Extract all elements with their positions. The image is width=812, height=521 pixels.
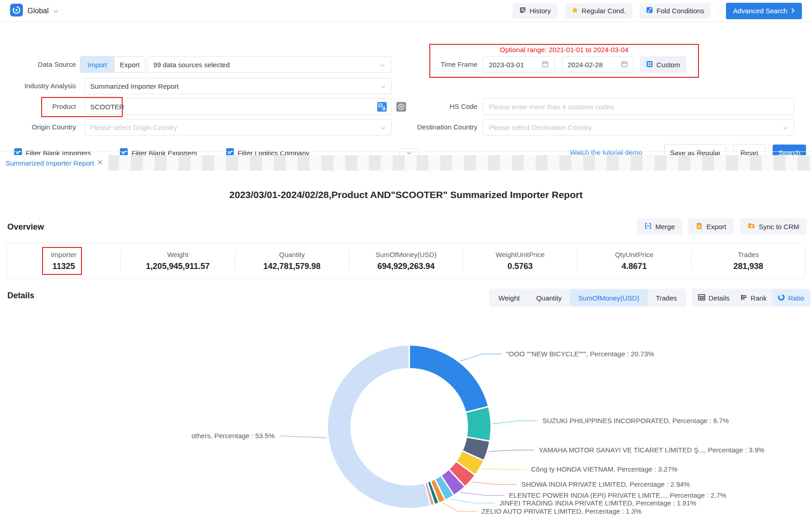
- industry-analysis-label: Industry Analysis: [0, 78, 76, 94]
- chart-label: SUZUKI PHILIPPINES INCORPORATED, Percent…: [542, 417, 729, 424]
- chart-leader-line: [280, 436, 327, 438]
- donut-slice[interactable]: [466, 407, 491, 441]
- merge-button[interactable]: Merge: [637, 218, 682, 235]
- form-divider: [0, 151, 812, 152]
- product-label: Product: [0, 98, 76, 115]
- date-from-value: 2023-03-01: [489, 61, 541, 69]
- chart-label: YAMAHA MOTOR SANAYI VE TİCARET LİMİTED Ş…: [539, 446, 764, 454]
- advanced-search-label: Advanced Search: [733, 7, 787, 15]
- origin-country-select[interactable]: Please select Origin Country: [84, 119, 392, 135]
- history-icon: [519, 6, 526, 15]
- result-tab-strip: Summarized Importer Report: [0, 155, 812, 171]
- merge-icon: [644, 222, 652, 231]
- donut-slice[interactable]: [409, 345, 488, 413]
- industry-analysis-value: Summarized Importer Report: [90, 82, 380, 90]
- chevron-down-icon: [380, 82, 386, 90]
- export-button[interactable]: Export: [688, 218, 733, 235]
- chart-label: ZELIO AUTO PRIVATE LIMITED, Percentage :…: [482, 507, 641, 515]
- region-selector[interactable]: Global: [10, 4, 59, 18]
- region-label: Global: [27, 7, 49, 15]
- report-title: 2023/03/01-2024/02/28,Product AND"SCOOTE…: [0, 189, 812, 200]
- overview-heading: Overview: [7, 222, 44, 232]
- page: Global History Regular Cond.: [0, 0, 812, 521]
- chart-leader-line: [493, 421, 538, 424]
- overview-stats-card: Importer11325 Weight1,205,945,911.57 Qua…: [6, 243, 806, 279]
- chart-label: Công ty HONDA VIETNAM, Percentage : 3.27…: [531, 465, 677, 473]
- chart-label: others, Percentage : 53.5%: [191, 432, 275, 440]
- tab-import[interactable]: Import: [81, 57, 114, 72]
- stat-qty-unit-price: QtyUnitPrice4.8671: [577, 251, 691, 271]
- industry-analysis-select[interactable]: Summarized Importer Report: [84, 78, 392, 94]
- fold-icon: [646, 6, 653, 15]
- export-label: Export: [706, 223, 726, 231]
- svg-text:A: A: [382, 106, 385, 111]
- star-icon: [571, 6, 579, 15]
- tab-export[interactable]: Export: [114, 57, 145, 72]
- chevron-right-icon: [791, 7, 795, 15]
- search-form: Data Source Import Export 99 data source…: [0, 22, 812, 152]
- globe-icon: [10, 4, 23, 18]
- stat-sum-of-money: SumOfMoney(USD)694,929,263.94: [349, 251, 463, 271]
- destination-country-select[interactable]: Please select Destination Country: [483, 119, 794, 135]
- hs-code-label: HS Code: [398, 98, 477, 115]
- chevron-down-icon: [380, 124, 386, 131]
- data-sources-select[interactable]: 99 data sources selected: [147, 56, 391, 73]
- history-button[interactable]: History: [513, 3, 558, 19]
- hs-code-placeholder: Please enter more than 4 customs codes: [489, 103, 788, 111]
- stat-weight-unit-price: WeightUnitPrice0.5763: [463, 251, 577, 271]
- history-label: History: [530, 7, 551, 15]
- calendar-icon: [541, 60, 549, 69]
- fold-conditions-label: Fold Conditions: [656, 7, 704, 15]
- merge-label: Merge: [655, 223, 675, 231]
- chevron-down-icon: [783, 124, 788, 131]
- chart-leader-line: [450, 499, 495, 503]
- time-frame-label: Time Frame: [398, 56, 477, 73]
- chart-leader-line: [460, 492, 504, 495]
- chart-label: ELENTEC POWER INDIA (EPI) PRIVATE LIMITE…: [509, 491, 726, 499]
- chart-leader-line: [471, 482, 517, 484]
- calendar-icon: [621, 60, 628, 69]
- stat-trades: Trades281,938: [692, 251, 805, 271]
- advanced-search-button[interactable]: Advanced Search: [726, 3, 802, 19]
- tab-title: Summarized Importer Report: [5, 159, 94, 167]
- data-sources-value: 99 data sources selected: [153, 61, 380, 69]
- data-source-toggle: Import Export: [80, 56, 146, 73]
- tab-summarized-importer-report[interactable]: Summarized Importer Report: [0, 155, 108, 171]
- custom-icon: [646, 60, 653, 69]
- chevron-down-icon: [53, 7, 59, 15]
- chart-label: "OOO ""NEW BICYCLE""", Percentage : 20.7…: [506, 350, 654, 358]
- sync-to-crm-label: Sync to CRM: [759, 223, 799, 231]
- destination-country-placeholder: Please select Destination Country: [489, 124, 783, 131]
- header-actions: History Regular Cond. Fold Conditions Ad…: [513, 3, 802, 19]
- translate-icon[interactable]: A: [377, 102, 387, 112]
- date-to-value: 2024-02-28: [568, 61, 621, 69]
- origin-country-placeholder: Please select Origin Country: [90, 124, 380, 131]
- regular-cond-button[interactable]: Regular Cond.: [565, 3, 633, 19]
- sync-to-crm-button[interactable]: Sync to CRM: [740, 218, 807, 235]
- chart-leader-line: [481, 469, 526, 469]
- header-divider: [718, 6, 719, 16]
- top-bar: Global History Regular Cond.: [0, 0, 812, 22]
- chevron-down-icon: [380, 61, 385, 69]
- optional-range-text: Optional range: 2021-01-01 to 2024-03-04: [429, 46, 699, 54]
- chart-leader-line: [489, 450, 534, 451]
- product-input[interactable]: SCOOTER: [84, 98, 392, 115]
- export-file-icon: [696, 222, 703, 231]
- date-to-input[interactable]: 2024-02-28: [562, 56, 634, 73]
- overview-actions: Merge Export Sync to CRM: [637, 218, 807, 235]
- fold-conditions-button[interactable]: Fold Conditions: [639, 3, 710, 19]
- custom-label: Custom: [656, 61, 680, 69]
- sync-folder-icon: [747, 222, 755, 231]
- stat-importer: Importer11325: [7, 251, 120, 271]
- custom-range-button[interactable]: Custom: [640, 56, 686, 73]
- stat-weight: Weight1,205,945,911.57: [121, 251, 234, 271]
- close-icon[interactable]: [97, 159, 103, 167]
- chart-leader-line: [460, 354, 502, 361]
- hs-code-input[interactable]: Please enter more than 4 customs codes: [483, 98, 794, 115]
- chart-label: SHOWA INDIA PRIVATE LIMITED, Percentage …: [521, 480, 690, 488]
- chart-leader-line: [443, 503, 477, 511]
- data-source-label: Data Source: [0, 56, 76, 73]
- product-value: SCOOTER: [90, 103, 373, 111]
- importer-ratio-donut-chart[interactable]: "OOO ""NEW BICYCLE""", Percentage : 20.7…: [0, 297, 812, 521]
- date-from-input[interactable]: 2023-03-01: [483, 56, 555, 73]
